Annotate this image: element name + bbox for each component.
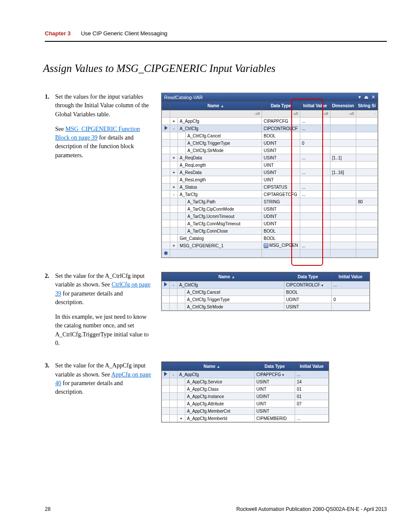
expand-toggle[interactable] xyxy=(177,289,185,296)
publication-info: Rockwell Automation Publication 2080-QS0… xyxy=(236,506,387,512)
table-row[interactable]: -A_CtrlCfgCIPCONTROLCF ▾... xyxy=(162,281,370,289)
expand-toggle[interactable]: + xyxy=(170,242,178,249)
expand-toggle[interactable]: - xyxy=(170,125,178,132)
variables-panel-ctrlcfg: Name ▲ Data Type Initial Value -A_CtrlCf… xyxy=(161,272,370,311)
table-row[interactable]: -A_AppCfgCIPAPPCFG ▾... xyxy=(162,371,329,378)
expand-toggle[interactable]: - xyxy=(170,371,177,378)
g2-col-name[interactable]: Name ▲ xyxy=(170,273,284,281)
table-row[interactable]: A_TarCfg.ConnMsgTimeoutUDINT xyxy=(162,220,378,227)
expand-toggle[interactable]: + xyxy=(170,154,178,162)
col-initialvalue[interactable]: Initial Value xyxy=(300,102,330,110)
table-row[interactable]: A_CtrlCfg.CancelBOOL xyxy=(162,289,370,296)
table-row[interactable]: A_AppCfg.ServiceUSINT14 xyxy=(162,378,329,386)
table-row[interactable]: A_TarCfg.CipConnModeUSINT xyxy=(162,205,378,213)
table-row[interactable]: A_CtrlCfg.TriggerTypeUDINT0 xyxy=(162,140,378,147)
table-row[interactable]: +A_AppCfgCIPAPPCFG... xyxy=(162,118,378,125)
table-row[interactable]: A_AppCfg.ClassUINT01 xyxy=(162,386,329,393)
table-row[interactable]: A_AppCfg.AttributeUINT07 xyxy=(162,400,329,408)
chapter-title: Use CIP Generic Client Messaging xyxy=(81,30,168,37)
add-row-icon[interactable]: ✱ xyxy=(162,249,170,258)
expand-toggle[interactable] xyxy=(177,386,185,393)
panel-title: ReadCatalog-VAR xyxy=(164,95,203,100)
step-1-number: 1. xyxy=(45,93,55,119)
table-row[interactable]: +MSG_CIPGENERIC_1MSG_CIPGEN... xyxy=(162,242,378,249)
expand-toggle[interactable]: - xyxy=(170,281,177,289)
expand-toggle[interactable] xyxy=(177,393,185,400)
current-row-indicator xyxy=(165,126,168,130)
table-row[interactable]: A_ReqLengthUINT xyxy=(162,162,378,169)
col-name[interactable]: Name ▲ xyxy=(170,102,262,110)
expand-toggle[interactable] xyxy=(177,400,185,408)
expand-toggle[interactable] xyxy=(177,296,185,303)
pin-icon[interactable]: ⏏ xyxy=(364,94,368,100)
table-row[interactable]: A_CtrlCfg.TriggerTypeUDINT0 xyxy=(162,296,370,303)
table-row[interactable]: Get_CatalogBOOL xyxy=(162,235,378,242)
page-number: 28 xyxy=(45,506,50,512)
expand-toggle[interactable] xyxy=(170,235,178,242)
expand-toggle[interactable]: + xyxy=(177,415,185,422)
table-row[interactable]: A_AppCfg.MemberCntUSINT xyxy=(162,408,329,415)
table-row[interactable]: A_ResLengthUINT xyxy=(162,176,378,184)
chapter-header: Chapter 3 Use CIP Generic Client Messagi… xyxy=(45,30,387,42)
g3-col-name[interactable]: Name ▲ xyxy=(170,362,255,371)
variables-panel-appcfg: Name ▲ Data Type Initial Value -A_AppCfg… xyxy=(161,361,329,423)
table-row[interactable]: A_CtrlCfg.StrModeUSINT xyxy=(162,303,370,311)
table-row[interactable]: -A_TarCfgCIPTARGETCFG... xyxy=(162,191,378,198)
variables-panel-main: ReadCatalog-VAR ▾ ⏏ ✕ Name ▲ Data xyxy=(161,93,378,258)
chapter-label: Chapter 3 xyxy=(45,30,71,37)
table-row[interactable]: A_TarCfg.UcmmTimeoutUDINT xyxy=(162,213,378,220)
g3-col-datatype[interactable]: Data Type xyxy=(255,362,295,371)
table-row[interactable]: A_AppCfg.InstanceUDINT01 xyxy=(162,393,329,400)
step-2-post: for parameter details and description. xyxy=(55,290,123,305)
variables-table-ctrlcfg[interactable]: Name ▲ Data Type Initial Value -A_CtrlCf… xyxy=(162,272,370,311)
table-row[interactable]: A_TarCfg.ConnCloseBOOL xyxy=(162,227,378,235)
current-row-indicator xyxy=(164,282,167,286)
expand-toggle[interactable]: + xyxy=(170,184,178,191)
col-dimension[interactable]: Dimension xyxy=(330,102,356,110)
section-heading: Assign Values to MSG_CIPGENERIC Input Va… xyxy=(43,62,387,75)
step-2-number: 2. xyxy=(45,272,55,307)
step-3-post: for parameter details and description. xyxy=(55,380,123,395)
function-block-icon xyxy=(264,243,268,248)
g2-col-initialvalue[interactable]: Initial Value xyxy=(332,273,370,281)
expand-toggle[interactable] xyxy=(177,303,185,311)
expand-toggle[interactable] xyxy=(170,162,178,169)
expand-toggle[interactable] xyxy=(177,408,185,415)
expand-toggle[interactable]: + xyxy=(170,169,178,176)
step-1-text: Set the values for the input variables t… xyxy=(55,93,152,119)
step-1-extra-pre: See xyxy=(55,126,65,132)
variables-table-appcfg[interactable]: Name ▲ Data Type Initial Value -A_AppCfg… xyxy=(162,362,329,422)
step-2-note: In this example, we just need to know th… xyxy=(55,313,152,348)
expand-toggle[interactable] xyxy=(170,176,178,184)
col-stringsize[interactable]: String Si xyxy=(356,102,377,110)
expand-toggle[interactable]: - xyxy=(170,191,178,198)
table-row[interactable]: A_CtrlCfg.CancelBOOL xyxy=(162,132,378,140)
current-row-indicator xyxy=(164,372,167,376)
expand-toggle[interactable]: + xyxy=(170,118,178,125)
expand-toggle[interactable] xyxy=(177,378,185,386)
table-row[interactable]: -A_CtrlCfgCIPCONTROLCF... xyxy=(162,125,378,132)
variables-table-main[interactable]: Name ▲ Data Type Initial Value Dimension… xyxy=(162,101,378,258)
table-row[interactable]: A_CtrlCfg.StrModeUSINT xyxy=(162,147,378,154)
table-row[interactable]: +A_AppCfg.MemberIdCIPMEMBERID... xyxy=(162,415,329,422)
g2-col-datatype[interactable]: Data Type xyxy=(284,273,332,281)
dropdown-icon[interactable]: ▾ xyxy=(358,94,361,100)
table-row[interactable]: A_TarCfg.PathSTRING80 xyxy=(162,198,378,205)
table-row[interactable]: +A_ReqDataUSINT...[1..1] xyxy=(162,154,378,162)
page-footer: 28 Rockwell Automation Publication 2080-… xyxy=(45,506,387,512)
table-row[interactable]: +A_StatusCIPSTATUS... xyxy=(162,184,378,191)
g3-col-initialvalue[interactable]: Initial Value xyxy=(295,362,329,371)
col-datatype[interactable]: Data Type xyxy=(262,102,300,110)
close-icon[interactable]: ✕ xyxy=(371,94,375,100)
table-row[interactable]: +A_ResDataUSINT...[1..16] xyxy=(162,169,378,176)
step-3-number: 3. xyxy=(45,361,55,396)
